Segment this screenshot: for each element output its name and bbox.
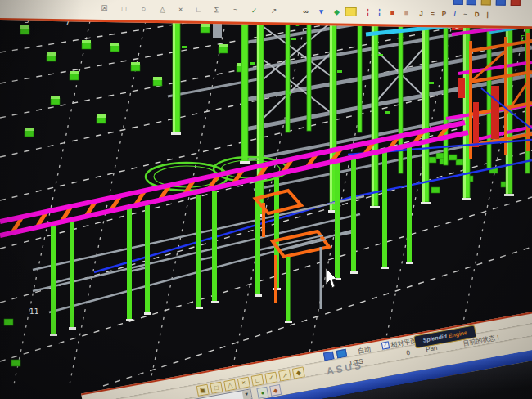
coordinate-readout: 0 [406,349,411,357]
relative-plane-checkbox[interactable]: ✓ [381,341,390,349]
upper-toolbar-icon[interactable] [496,0,506,6]
rack-columns[interactable] [50,146,413,336]
snap-star-icon[interactable]: ◆ [332,7,342,16]
bolt-tool-3-icon[interactable]: P [439,10,449,20]
bolt-tool-6-icon[interactable]: D [471,10,481,20]
grid-label-11: 11 [29,307,38,316]
note-icon[interactable] [345,7,357,16]
red-pin-icon[interactable]: ¦ [363,7,373,16]
blue-pin-icon[interactable]: ¦ [375,7,385,16]
rectangle-tool-icon[interactable]: □ [119,3,129,13]
angle-tool-icon[interactable]: ∟ [194,5,204,15]
combo-dropdown-arrow[interactable]: ▾ [242,389,252,399]
upper-toolbar-icon[interactable] [511,0,521,6]
triangle-tool-icon[interactable]: △ [158,4,168,14]
bolt-tool-2-icon[interactable]: = [427,9,437,19]
row3-icon-5[interactable]: ● [256,387,268,399]
check-tool-icon[interactable]: ✓ [250,6,259,16]
filter-funnel-icon[interactable]: ▼ [317,7,327,16]
sticker-word-2: Engine [448,330,467,338]
sticker-word-1: Splendid [422,334,447,343]
wave-tool-icon[interactable]: ≈ [231,6,241,16]
upper-toolbar-icon[interactable] [467,0,476,5]
delete-tool-icon[interactable]: × [176,4,186,14]
upper-toolbar-icon[interactable] [481,0,491,6]
upper-toolbar-icon[interactable] [453,0,463,5]
faded-chip-icon[interactable]: ■ [401,8,411,18]
row3-icon-6[interactable]: ◆ [269,384,282,397]
bolt-tool-5-icon[interactable]: ~ [460,10,470,20]
crossed-box-icon[interactable]: ☒ [100,3,110,13]
orange-subframe[interactable] [255,191,329,323]
member-label-e: E [521,35,525,43]
arrow-tool-icon[interactable]: ↗ [269,6,279,16]
circle-tool-icon[interactable]: ○ [139,4,149,14]
bolt-tool-7-icon[interactable]: | [482,10,492,20]
sum-tool-icon[interactable]: Σ [212,5,222,15]
bolt-tool-1-icon[interactable]: J [416,9,426,19]
binoculars-icon[interactable]: ∞ [301,7,311,16]
bolt-tool-4-icon[interactable]: / [449,10,459,20]
red-chip-icon[interactable]: ■ [388,8,398,18]
monitor-photo: 3 7 11 C E 2 □ □ / ☒ □ ○ △ × ∟ Σ ≈ ✓ ↗ ∞ [0,0,532,399]
